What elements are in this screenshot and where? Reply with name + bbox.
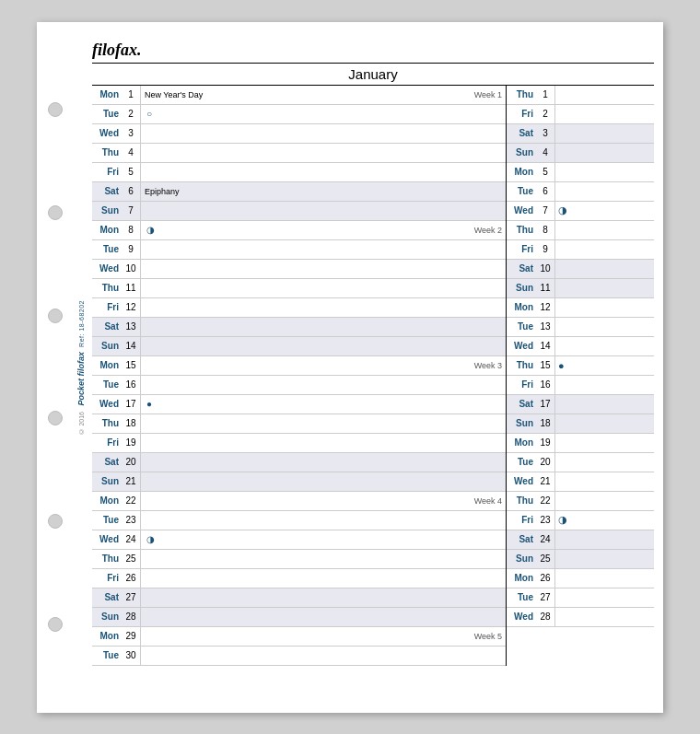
day-abbr: Sun bbox=[507, 550, 536, 568]
right-day-row: Thu8 bbox=[507, 221, 654, 240]
day-content bbox=[140, 608, 506, 626]
day-abbr: Sat bbox=[92, 318, 122, 336]
right-day-row: Thu15● bbox=[507, 356, 654, 376]
day-content bbox=[140, 337, 506, 355]
copyright-label: © 2016 bbox=[78, 412, 85, 435]
day-num: 15 bbox=[122, 356, 140, 375]
day-num: 28 bbox=[122, 608, 140, 626]
day-abbr: Thu bbox=[507, 221, 536, 239]
day-content bbox=[554, 124, 654, 143]
right-day-row: Fri16 bbox=[507, 376, 654, 395]
day-abbr: Mon bbox=[92, 86, 122, 104]
day-content: ◑ bbox=[554, 202, 654, 220]
day-abbr: Tue bbox=[507, 182, 536, 201]
day-content bbox=[140, 124, 506, 143]
day-num: 18 bbox=[122, 414, 140, 433]
hole-6 bbox=[48, 617, 63, 632]
day-num: 28 bbox=[536, 608, 554, 626]
left-column: Mon1New Year's DayWeek 1Tue2○Wed3Thu4Fri… bbox=[92, 86, 507, 666]
day-abbr: Tue bbox=[92, 376, 122, 394]
day-abbr: Fri bbox=[92, 569, 122, 588]
day-num: 12 bbox=[536, 298, 554, 317]
day-num: 2 bbox=[122, 105, 140, 123]
right-day-row: Fri23◑ bbox=[507, 511, 654, 530]
left-day-row: Wed17● bbox=[92, 395, 506, 414]
day-abbr: Wed bbox=[507, 472, 536, 491]
day-abbr: Wed bbox=[507, 608, 536, 626]
day-num: 21 bbox=[122, 472, 140, 491]
moon-phase-icon: ○ bbox=[146, 109, 152, 119]
day-content bbox=[554, 530, 654, 549]
day-abbr: Sun bbox=[92, 202, 122, 220]
day-num: 29 bbox=[122, 627, 140, 646]
day-abbr: Mon bbox=[92, 627, 122, 646]
day-num: 17 bbox=[122, 395, 140, 414]
day-abbr: Thu bbox=[507, 356, 536, 375]
day-content bbox=[554, 588, 654, 607]
day-content bbox=[554, 472, 654, 491]
day-content bbox=[554, 86, 654, 104]
day-content: ○ bbox=[140, 105, 506, 123]
day-num: 8 bbox=[122, 221, 140, 239]
day-abbr: Sat bbox=[507, 260, 536, 278]
calendar-page: Ref: 18-68202 Pocket filofax © 2016 filo… bbox=[37, 22, 663, 713]
day-num: 11 bbox=[122, 279, 140, 297]
day-abbr: Sun bbox=[507, 279, 536, 297]
right-day-row: Tue13 bbox=[507, 318, 654, 337]
day-content bbox=[554, 453, 654, 472]
right-day-row: Fri9 bbox=[507, 240, 654, 260]
day-content bbox=[140, 434, 506, 452]
day-abbr: Thu bbox=[92, 279, 122, 297]
day-abbr: Wed bbox=[507, 337, 536, 355]
day-content bbox=[140, 569, 506, 588]
left-day-row: Sun28 bbox=[92, 608, 506, 627]
left-day-row: Thu25 bbox=[92, 550, 506, 569]
day-num: 16 bbox=[122, 376, 140, 394]
day-num: 2 bbox=[536, 105, 554, 123]
right-day-row: Fri2 bbox=[507, 105, 654, 124]
event-label: Epiphany bbox=[145, 187, 180, 196]
hole-2 bbox=[48, 205, 63, 220]
day-content bbox=[554, 105, 654, 123]
day-num: 21 bbox=[536, 472, 554, 491]
day-num: 24 bbox=[536, 530, 554, 549]
moon-phase-icon: ● bbox=[558, 360, 565, 371]
day-content bbox=[140, 511, 506, 530]
day-content: Week 3 bbox=[140, 356, 506, 375]
day-abbr: Sat bbox=[507, 530, 536, 549]
day-content bbox=[140, 453, 506, 472]
day-content bbox=[140, 588, 506, 607]
right-day-row: Mon19 bbox=[507, 434, 654, 453]
day-content bbox=[554, 298, 654, 317]
left-day-row: Sat27 bbox=[92, 588, 506, 608]
right-day-row: Sun4 bbox=[507, 144, 654, 163]
day-content: ◑Week 2 bbox=[140, 221, 506, 239]
day-content bbox=[554, 182, 654, 201]
hole-3 bbox=[48, 309, 63, 323]
day-num: 9 bbox=[122, 240, 140, 259]
day-num: 1 bbox=[122, 86, 140, 104]
right-day-row: Sat10 bbox=[507, 260, 654, 279]
day-content bbox=[140, 144, 506, 162]
day-content bbox=[554, 395, 654, 414]
main-content: filofax. January Mon1New Year's DayWeek … bbox=[92, 31, 654, 666]
day-num: 24 bbox=[122, 530, 140, 549]
day-abbr: Fri bbox=[92, 163, 122, 181]
day-abbr: Sat bbox=[92, 588, 122, 607]
left-day-row: Fri19 bbox=[92, 434, 506, 453]
left-day-row: Sat6Epiphany bbox=[92, 182, 506, 202]
day-num: 5 bbox=[122, 163, 140, 181]
right-day-row: Sun25 bbox=[507, 550, 654, 569]
left-day-row: Sun7 bbox=[92, 202, 506, 221]
day-num: 15 bbox=[536, 356, 554, 375]
day-abbr: Tue bbox=[507, 453, 536, 472]
day-content: ◑ bbox=[140, 530, 506, 549]
day-abbr: Sat bbox=[507, 395, 536, 414]
day-num: 10 bbox=[122, 260, 140, 278]
ref-label: Ref: 18-68202 bbox=[78, 300, 85, 347]
side-labels: Ref: 18-68202 Pocket filofax © 2016 bbox=[72, 22, 90, 713]
hole-5 bbox=[48, 514, 63, 529]
day-num: 7 bbox=[536, 202, 554, 220]
day-abbr: Fri bbox=[507, 240, 536, 259]
day-content bbox=[140, 163, 506, 181]
